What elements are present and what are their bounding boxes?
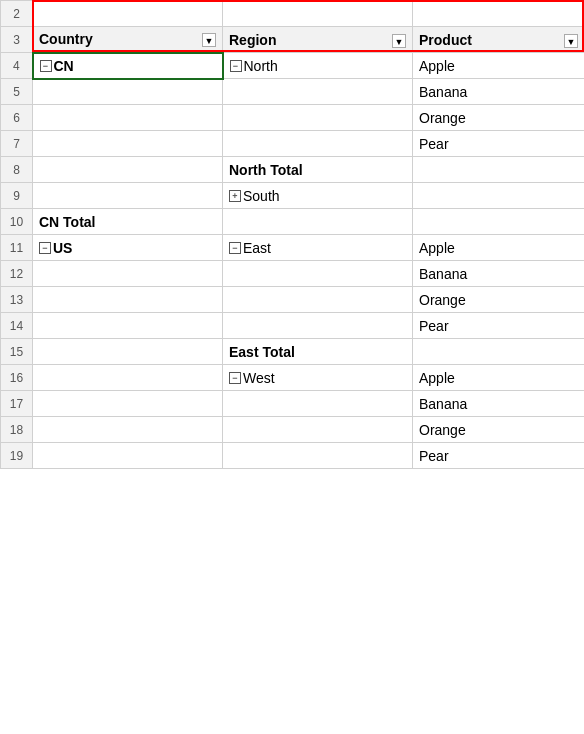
collapse-icon[interactable]: − <box>39 242 51 254</box>
cell-16a <box>33 365 223 391</box>
table-row: 2 <box>1 1 585 27</box>
cell-17b <box>223 391 413 417</box>
cell-text: Pear <box>419 136 449 152</box>
table-row: 10 CN Total <box>1 209 585 235</box>
cell-text: Orange <box>419 422 466 438</box>
cell-8a <box>33 157 223 183</box>
cell-6c: Orange <box>413 105 585 131</box>
table-row: 13 Orange <box>1 287 585 313</box>
table-row: 17 Banana <box>1 391 585 417</box>
table-row: 4 − CN − North Apple <box>1 53 585 79</box>
cell-10b <box>223 209 413 235</box>
filter-button-region[interactable]: ▼ <box>392 34 406 48</box>
cell-19c: Pear <box>413 443 585 469</box>
cell-text: North <box>244 58 278 74</box>
cell-2c <box>413 1 585 27</box>
cell-6b <box>223 105 413 131</box>
cell-11c: Apple <box>413 235 585 261</box>
table-row: 9 + South <box>1 183 585 209</box>
filter-button-country[interactable]: ▼ <box>202 33 216 47</box>
table-row: 11 − US − East Apple <box>1 235 585 261</box>
cell-text: East Total <box>229 344 295 360</box>
cell-text: Banana <box>419 266 467 282</box>
cell-11b: − East <box>223 235 413 261</box>
cell-text: Orange <box>419 292 466 308</box>
cell-9b: + South <box>223 183 413 209</box>
collapse-icon[interactable]: − <box>229 242 241 254</box>
cell-18c: Orange <box>413 417 585 443</box>
cell-text: Pear <box>419 448 449 464</box>
table-row: 6 Orange <box>1 105 585 131</box>
cell-15b: East Total <box>223 339 413 365</box>
cell-12c: Banana <box>413 261 585 287</box>
cell-6a <box>33 105 223 131</box>
cell-16b: − West <box>223 365 413 391</box>
cell-text: US <box>53 240 72 256</box>
cell-18a <box>33 417 223 443</box>
cell-text: Banana <box>419 84 467 100</box>
row-number: 10 <box>1 209 33 235</box>
spreadsheet: 2 3 Country ▼ Region ▼ Product ▼ <box>0 0 584 469</box>
cell-text: North Total <box>229 162 303 178</box>
cell-text: CN <box>54 58 74 74</box>
row-number: 8 <box>1 157 33 183</box>
cell-7c: Pear <box>413 131 585 157</box>
cell-7b <box>223 131 413 157</box>
row-number: 11 <box>1 235 33 261</box>
row-number: 4 <box>1 53 33 79</box>
row-number: 2 <box>1 1 33 27</box>
cell-14a <box>33 313 223 339</box>
table-row: 16 − West Apple <box>1 365 585 391</box>
cell-13c: Orange <box>413 287 585 313</box>
cell-4b: − North <box>223 53 413 79</box>
row-number: 7 <box>1 131 33 157</box>
cell-17c: Banana <box>413 391 585 417</box>
cell-9c <box>413 183 585 209</box>
cell-2b <box>223 1 413 27</box>
cell-17a <box>33 391 223 417</box>
cell-10c <box>413 209 585 235</box>
row-number: 12 <box>1 261 33 287</box>
cell-14c: Pear <box>413 313 585 339</box>
cell-4a: − CN <box>33 53 223 79</box>
expand-icon[interactable]: + <box>229 190 241 202</box>
table-row: 12 Banana <box>1 261 585 287</box>
cell-text: Orange <box>419 110 466 126</box>
row-number: 18 <box>1 417 33 443</box>
table-row: 19 Pear <box>1 443 585 469</box>
cell-12a <box>33 261 223 287</box>
cell-18b <box>223 417 413 443</box>
cell-5a <box>33 79 223 105</box>
cell-16c: Apple <box>413 365 585 391</box>
collapse-icon[interactable]: − <box>230 60 242 72</box>
table-row: 7 Pear <box>1 131 585 157</box>
cell-4c: Apple <box>413 53 585 79</box>
row-number: 19 <box>1 443 33 469</box>
cell-text: Banana <box>419 396 467 412</box>
cell-text: East <box>243 240 271 256</box>
row-number: 3 <box>1 27 33 53</box>
row-number: 17 <box>1 391 33 417</box>
cell-text: Apple <box>419 58 455 74</box>
column-header-product[interactable]: Product ▼ <box>413 27 585 53</box>
filter-button-product[interactable]: ▼ <box>564 34 578 48</box>
cell-text: Apple <box>419 370 455 386</box>
cell-text: Pear <box>419 318 449 334</box>
cell-14b <box>223 313 413 339</box>
cell-text: South <box>243 188 280 204</box>
collapse-icon[interactable]: − <box>40 60 52 72</box>
cell-12b <box>223 261 413 287</box>
cell-5c: Banana <box>413 79 585 105</box>
row-number: 13 <box>1 287 33 313</box>
collapse-icon[interactable]: − <box>229 372 241 384</box>
cell-11a: − US <box>33 235 223 261</box>
cell-13b <box>223 287 413 313</box>
cell-5b <box>223 79 413 105</box>
cell-text: Apple <box>419 240 455 256</box>
column-header-region[interactable]: Region ▼ <box>223 27 413 53</box>
column-header-country[interactable]: Country ▼ <box>33 27 223 53</box>
row-number: 5 <box>1 79 33 105</box>
cell-7a <box>33 131 223 157</box>
cell-13a <box>33 287 223 313</box>
cell-2a <box>33 1 223 27</box>
